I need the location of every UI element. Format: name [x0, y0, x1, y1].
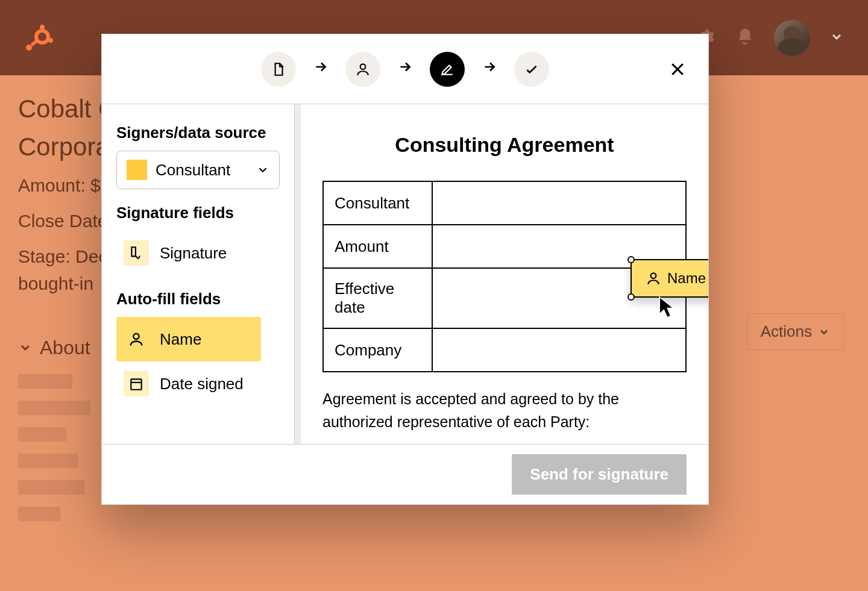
agreement-text: Agreement is accepted and agreed to by t…	[322, 388, 687, 433]
arrow-right-icon	[482, 59, 497, 79]
row-consultant-label: Consultant	[323, 181, 432, 225]
row-company-label: Company	[323, 328, 432, 372]
hubspot-logo	[24, 23, 53, 52]
document-title: Consulting Agreement	[322, 133, 687, 157]
placeholder	[18, 374, 72, 389]
field-name-label: Name	[160, 330, 201, 349]
autofill-heading: Auto-fill fields	[116, 290, 280, 308]
row-effective-date-label: Effective date	[323, 268, 432, 328]
person-icon	[128, 331, 145, 348]
signer-color-swatch	[127, 160, 147, 180]
fields-sidebar: Signers/data source Consultant Signature…	[102, 104, 295, 444]
stage-label-2: bought-in	[18, 274, 93, 293]
signature-icon	[128, 245, 144, 261]
row-consultant-value[interactable]	[432, 181, 686, 225]
chevron-down-icon	[818, 326, 830, 338]
check-icon	[524, 61, 539, 77]
drag-chip-label: Name	[667, 270, 706, 287]
field-name[interactable]: Name	[116, 317, 261, 361]
svg-rect-9	[131, 379, 141, 389]
person-icon	[355, 61, 371, 77]
row-amount-label: Amount	[323, 225, 432, 268]
field-signature[interactable]: Signature	[116, 231, 280, 275]
svg-line-6	[31, 40, 37, 45]
cursor-icon	[657, 295, 678, 319]
svg-point-8	[133, 334, 139, 339]
svg-line-5	[47, 39, 49, 40]
modal-footer: Send for signature	[102, 444, 708, 504]
row-company-value[interactable]	[432, 328, 686, 372]
resize-handle[interactable]	[627, 293, 635, 301]
field-signature-label: Signature	[160, 244, 227, 263]
signer-dropdown-value: Consultant	[156, 161, 230, 180]
close-icon	[668, 60, 687, 78]
signers-heading: Signers/data source	[116, 124, 280, 142]
send-for-signature-button[interactable]: Send for signature	[512, 454, 687, 495]
placeholder	[18, 401, 90, 415]
about-section-label[interactable]: About	[40, 333, 90, 362]
svg-point-7	[360, 64, 366, 69]
actions-button[interactable]: Actions	[747, 313, 844, 350]
document-preview[interactable]: Consulting Agreement Consultant Amount E…	[295, 104, 708, 444]
signer-dropdown[interactable]: Consultant	[116, 151, 280, 189]
chevron-down-icon	[256, 163, 269, 177]
field-date-label: Date signed	[160, 375, 244, 393]
resize-handle[interactable]	[627, 256, 635, 263]
chevron-down-icon[interactable]	[829, 30, 844, 46]
dragged-name-field[interactable]: Name	[631, 259, 708, 298]
notification-icon[interactable]	[735, 27, 755, 49]
placeholder	[18, 454, 78, 468]
placeholder	[18, 507, 60, 521]
svg-point-1	[40, 25, 45, 30]
stepper	[261, 52, 549, 87]
svg-point-10	[651, 273, 656, 278]
svg-point-3	[26, 45, 32, 51]
stage-label-1: Stage: Dec	[18, 246, 107, 266]
placeholder	[18, 480, 84, 495]
person-icon	[646, 270, 661, 286]
arrow-right-icon	[397, 59, 413, 79]
arrow-right-icon	[313, 59, 329, 79]
calendar-icon	[128, 376, 144, 392]
signature-fields-heading: Signature fields	[116, 204, 280, 222]
modal-header	[102, 34, 708, 104]
chevron-down-icon[interactable]	[18, 340, 33, 355]
esign-modal: Signers/data source Consultant Signature…	[101, 34, 709, 505]
step-review[interactable]	[514, 52, 549, 87]
step-edit[interactable]	[430, 52, 465, 87]
pencil-icon	[439, 61, 455, 77]
avatar[interactable]	[774, 20, 810, 56]
document-icon	[271, 61, 286, 77]
step-document[interactable]	[261, 52, 296, 87]
close-button[interactable]	[668, 60, 687, 83]
field-date-signed[interactable]: Date signed	[116, 361, 280, 406]
placeholder	[18, 427, 66, 442]
svg-point-0	[36, 31, 48, 43]
step-signer[interactable]	[345, 52, 380, 87]
